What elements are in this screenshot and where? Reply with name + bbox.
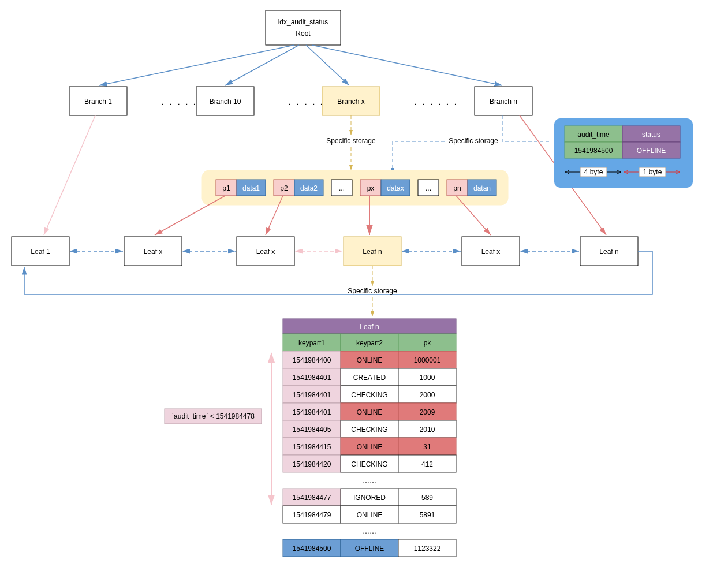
ellipsis: . . . . . .: [415, 98, 458, 107]
root-node: idx_audit_status Root: [266, 10, 341, 45]
svg-text:ONLINE: ONLINE: [357, 356, 383, 364]
svg-text:OFFLINE: OFFLINE: [355, 545, 384, 553]
svg-text:Branch n: Branch n: [490, 98, 517, 106]
branch-x: Branch x: [322, 87, 380, 115]
leaf-x3: Leaf x: [462, 237, 520, 266]
svg-text:px: px: [367, 184, 375, 192]
svg-text:1541984477: 1541984477: [293, 494, 331, 502]
svg-text:keypart2: keypart2: [356, 339, 383, 347]
svg-text:Leaf n: Leaf n: [363, 248, 382, 256]
svg-text:Branch x: Branch x: [337, 98, 364, 106]
svg-text:p1: p1: [222, 184, 230, 192]
svg-text:idx_audit_status: idx_audit_status: [278, 18, 328, 26]
svg-text:Leaf n: Leaf n: [360, 323, 379, 331]
svg-text:CREATED: CREATED: [353, 374, 386, 382]
svg-text:1541984500: 1541984500: [293, 545, 331, 553]
svg-text:4 byte: 4 byte: [584, 168, 603, 176]
branch-n: Branch n: [475, 87, 532, 115]
svg-text:keypart1: keypart1: [298, 339, 325, 347]
svg-text:5891: 5891: [420, 511, 435, 519]
svg-text:`audit_time` < 1541984478: `audit_time` < 1541984478: [171, 412, 255, 420]
leaf-x2: Leaf x: [237, 237, 294, 266]
svg-text:datax: datax: [387, 184, 404, 192]
svg-text:ONLINE: ONLINE: [357, 443, 383, 451]
svg-text:……: ……: [363, 527, 376, 535]
svg-text:...: ...: [339, 184, 345, 192]
svg-text:……: ……: [363, 476, 376, 484]
svg-text:Branch 1: Branch 1: [84, 98, 112, 106]
branch-1: Branch 1: [69, 87, 127, 115]
svg-text:1000001: 1000001: [414, 356, 441, 364]
svg-text:CHECKING: CHECKING: [351, 391, 387, 399]
svg-text:1541984401: 1541984401: [293, 374, 331, 382]
leaf-x1: Leaf x: [124, 237, 182, 266]
svg-text:data1: data1: [242, 184, 260, 192]
diagram: idx_audit_status Root Branch 1 . . . . .…: [0, 0, 728, 563]
legend-box: audit_time status 1541984500 OFFLINE 4 b…: [554, 118, 693, 188]
svg-text:1000: 1000: [420, 374, 435, 382]
svg-line-39: [155, 196, 225, 235]
svg-text:1541984405: 1541984405: [293, 426, 331, 434]
svg-text:pk: pk: [424, 339, 432, 347]
svg-text:data2: data2: [300, 184, 318, 192]
leaf-1: Leaf 1: [12, 237, 69, 266]
svg-text:ONLINE: ONLINE: [357, 408, 383, 416]
leaf-n2: Leaf n: [580, 237, 638, 266]
svg-text:status: status: [642, 131, 660, 139]
specific-storage-label: Specific storage: [449, 137, 498, 145]
svg-text:ONLINE: ONLINE: [357, 511, 383, 519]
svg-text:1541984400: 1541984400: [293, 356, 331, 364]
svg-text:IGNORED: IGNORED: [353, 494, 386, 502]
svg-text:31: 31: [423, 443, 431, 451]
svg-text:Branch 10: Branch 10: [210, 98, 241, 106]
branch-10: Branch 10: [196, 87, 254, 115]
svg-text:2010: 2010: [420, 426, 435, 434]
svg-text:2000: 2000: [420, 391, 435, 399]
svg-text:Leaf 1: Leaf 1: [31, 248, 50, 256]
svg-text:1123322: 1123322: [414, 545, 441, 553]
svg-text:OFFLINE: OFFLINE: [637, 147, 666, 155]
svg-text:audit_time: audit_time: [577, 131, 610, 139]
svg-line-37: [44, 115, 95, 235]
svg-text:Leaf n: Leaf n: [599, 248, 618, 256]
specific-storage-label: Specific storage: [326, 137, 376, 145]
svg-text:1541984479: 1541984479: [293, 511, 331, 519]
svg-text:Root: Root: [296, 29, 311, 38]
annotation-box: `audit_time` < 1541984478: [165, 409, 262, 424]
svg-text:datan: datan: [473, 184, 491, 192]
svg-text:p2: p2: [280, 184, 288, 192]
svg-text:1541984420: 1541984420: [293, 460, 331, 468]
svg-text:pn: pn: [453, 184, 461, 192]
svg-text:1541984500: 1541984500: [574, 147, 613, 155]
svg-text:412: 412: [421, 460, 433, 468]
svg-text:CHECKING: CHECKING: [351, 426, 387, 434]
svg-text:1541984415: 1541984415: [293, 443, 331, 451]
svg-line-6: [312, 45, 502, 85]
svg-line-3: [99, 45, 294, 85]
svg-text:589: 589: [421, 494, 433, 502]
leaf-table: Leaf nkeypart1keypart2pk1541984400ONLINE…: [283, 319, 456, 557]
svg-text:2009: 2009: [420, 408, 435, 416]
svg-rect-0: [266, 10, 341, 45]
svg-text:Leaf x: Leaf x: [256, 248, 275, 256]
svg-line-4: [225, 45, 299, 85]
svg-text:1541984401: 1541984401: [293, 408, 331, 416]
svg-text:CHECKING: CHECKING: [351, 460, 387, 468]
svg-text:1 byte: 1 byte: [643, 168, 662, 176]
svg-text:...: ...: [425, 184, 431, 192]
svg-text:Leaf x: Leaf x: [144, 248, 163, 256]
svg-text:1541984401: 1541984401: [293, 391, 331, 399]
svg-text:Leaf x: Leaf x: [481, 248, 501, 256]
leaf-n1: Leaf n: [344, 237, 401, 266]
specific-storage-label: Specific storage: [348, 287, 397, 295]
svg-line-5: [306, 45, 349, 85]
